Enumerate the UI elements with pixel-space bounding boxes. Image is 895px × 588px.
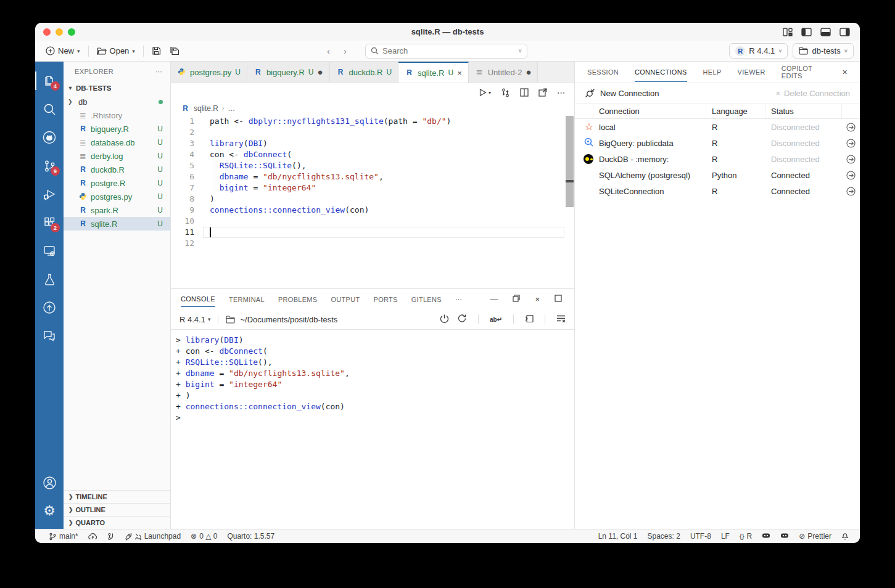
editor-more-actions-icon[interactable]: ⋯	[557, 88, 566, 97]
editor-tab-duckdb.R[interactable]: Rduckdb.RU	[330, 62, 399, 83]
explorer-icon[interactable]: 4	[35, 67, 64, 95]
status-item[interactable]: {}R	[735, 532, 757, 541]
status-item[interactable]	[775, 532, 794, 539]
status-item[interactable]	[757, 532, 775, 539]
code-line-12[interactable]: 12	[171, 238, 574, 249]
open-connection-icon[interactable]	[842, 187, 860, 196]
file-item-bigquery.R[interactable]: Rbigquery.RU	[64, 122, 170, 136]
status-item[interactable]: ⊘Prettier	[794, 532, 836, 541]
run-file-button[interactable]: ▾	[478, 88, 491, 97]
sidebar-section-timeline[interactable]: ❯TIMELINE	[64, 490, 170, 503]
open-connection-icon[interactable]	[842, 123, 860, 132]
editor-tab-postgres.py[interactable]: postgres.pyU	[171, 62, 247, 83]
settings-gear-icon[interactable]: ⚙	[35, 497, 64, 525]
navigate-forward-icon[interactable]: ›	[344, 46, 347, 56]
panel-tab-problems[interactable]: PROBLEMS	[278, 292, 318, 307]
panel-tab-gitlens[interactable]: GITLENS	[411, 292, 442, 307]
search-icon[interactable]	[35, 95, 64, 123]
word-wrap-icon[interactable]: ab↵	[490, 316, 502, 323]
panel-tab-terminal[interactable]: TERMINAL	[229, 292, 265, 307]
toggle-primary-sidebar-icon[interactable]	[801, 28, 812, 36]
comments-icon[interactable]	[35, 322, 64, 350]
code-line-9[interactable]: 9connections::connection_view(con)	[171, 205, 574, 216]
interpreter-selector[interactable]: R R 4.4.1 ˅	[729, 43, 788, 59]
navigate-back-icon[interactable]: ‹	[327, 46, 330, 56]
file-item-postgres.py[interactable]: postgres.pyU	[64, 190, 170, 203]
source-file-button[interactable]	[501, 88, 510, 97]
breadcrumb[interactable]: R sqlite.R › …	[171, 102, 574, 115]
open-connection-icon[interactable]	[842, 171, 860, 180]
source-control-icon[interactable]: 9	[35, 152, 64, 180]
file-item-sqlite.R[interactable]: Rsqlite.RU	[64, 217, 170, 231]
restart-console-icon[interactable]	[458, 314, 467, 325]
code-editor[interactable]: 1path <- dbplyr::nycflights131_sqlite(pa…	[171, 115, 574, 288]
sidebar-section-quarto[interactable]: ❯QUARTO	[64, 516, 170, 529]
chevron-down-icon[interactable]: ˅	[518, 47, 522, 54]
code-line-5[interactable]: 5 RSQLite::SQLite(),	[171, 160, 574, 171]
new-button[interactable]: New▾	[41, 44, 85, 57]
clear-console-icon[interactable]	[556, 314, 566, 324]
workspace-selector[interactable]: db-tests ˅	[793, 43, 854, 59]
command-center-search[interactable]: Search ˅	[365, 44, 527, 59]
connection-row[interactable]: SQLAlchemy (postgresql) Python Connected	[575, 167, 860, 183]
code-line-1[interactable]: 1path <- dbplyr::nycflights131_sqlite(pa…	[171, 116, 574, 127]
customize-layout-icon[interactable]	[783, 28, 793, 36]
explorer-more-actions-icon[interactable]: ⋯	[155, 68, 163, 76]
working-directory[interactable]: ~/Documents/posit/db-tests	[240, 315, 337, 324]
run-debug-icon[interactable]	[35, 180, 64, 208]
status-item[interactable]: Launchpad	[120, 529, 186, 543]
toggle-secondary-sidebar-icon[interactable]	[839, 28, 850, 36]
code-line-6[interactable]: 6 dbname = "db/nycflights13.sqlite",	[171, 171, 574, 182]
delete-connection-button[interactable]: × Delete Connection	[775, 89, 850, 98]
extensions-icon[interactable]: 2	[35, 208, 64, 237]
column-header-status[interactable]: Status	[765, 104, 842, 118]
status-item[interactable]: main*	[44, 529, 83, 543]
split-editor-button[interactable]	[520, 88, 529, 97]
code-line-4[interactable]: 4con <- dbConnect(	[171, 149, 574, 160]
secondary-tab-help[interactable]: HELP	[703, 68, 722, 76]
workspace-section-header[interactable]: ▼ DB-TESTS	[64, 81, 170, 95]
code-line-7[interactable]: 7 bigint = "integer64"	[171, 182, 574, 194]
connection-row[interactable]: BigQuery: publicdata R Disconnected	[575, 135, 860, 151]
secondary-tab-connections[interactable]: CONNECTIONS	[635, 63, 687, 82]
new-connection-button[interactable]: New Connection	[585, 89, 659, 98]
account-icon[interactable]	[35, 468, 64, 497]
publish-icon[interactable]	[35, 293, 64, 322]
status-item[interactable]	[83, 529, 102, 543]
secondary-tab-copilot-edits[interactable]: COPILOT EDITS	[782, 65, 827, 80]
panel-more-tabs-icon[interactable]: ⋯	[455, 295, 463, 303]
code-line-8[interactable]: 8)	[171, 194, 574, 205]
save-all-button[interactable]	[165, 44, 184, 57]
file-item-spark.R[interactable]: Rspark.RU	[64, 203, 170, 217]
file-item-derby.log[interactable]: ≣derby.logU	[64, 149, 170, 163]
github-icon[interactable]	[35, 123, 64, 152]
open-connection-icon[interactable]	[842, 139, 860, 148]
file-item-.Rhistory[interactable]: ≣.Rhistory	[64, 108, 170, 122]
close-secondary-panel-icon[interactable]: ×	[843, 67, 860, 77]
column-header-connection[interactable]: Connection	[593, 104, 706, 118]
console-output[interactable]: > library(DBI)+ con <- dbConnect(+ RSQLi…	[171, 330, 574, 529]
minimize-panel-icon[interactable]: —	[490, 295, 498, 304]
code-line-11[interactable]: 11	[171, 227, 574, 238]
panel-tab-ports[interactable]: PORTS	[374, 292, 398, 307]
file-item-postgre.R[interactable]: Rpostgre.RU	[64, 176, 170, 190]
status-item[interactable]: Spaces: 2	[643, 532, 685, 541]
status-item[interactable]: LF	[716, 532, 735, 541]
save-button[interactable]	[147, 44, 165, 57]
close-tab-icon[interactable]: ×	[457, 68, 462, 78]
file-item-db[interactable]: ❯db	[64, 95, 170, 108]
status-item[interactable]: UTF-8	[685, 532, 716, 541]
code-line-10[interactable]: 10	[171, 216, 574, 227]
sidebar-section-outline[interactable]: ❯OUTLINE	[64, 503, 170, 516]
file-item-database.db[interactable]: ≣database.dbU	[64, 136, 170, 149]
close-panel-icon[interactable]: ×	[535, 295, 540, 304]
testing-icon[interactable]	[35, 265, 64, 293]
open-in-editor-icon[interactable]	[525, 314, 534, 325]
open-connection-icon[interactable]	[842, 155, 860, 164]
status-item[interactable]	[836, 532, 854, 540]
connection-row[interactable]: DuckDB - :memory: R Disconnected	[575, 151, 860, 167]
status-item[interactable]	[102, 529, 120, 543]
status-item[interactable]: Quarto: 1.5.57	[222, 529, 279, 543]
panel-tab-output[interactable]: OUTPUT	[331, 292, 360, 307]
code-line-3[interactable]: 3library(DBI)	[171, 138, 574, 149]
